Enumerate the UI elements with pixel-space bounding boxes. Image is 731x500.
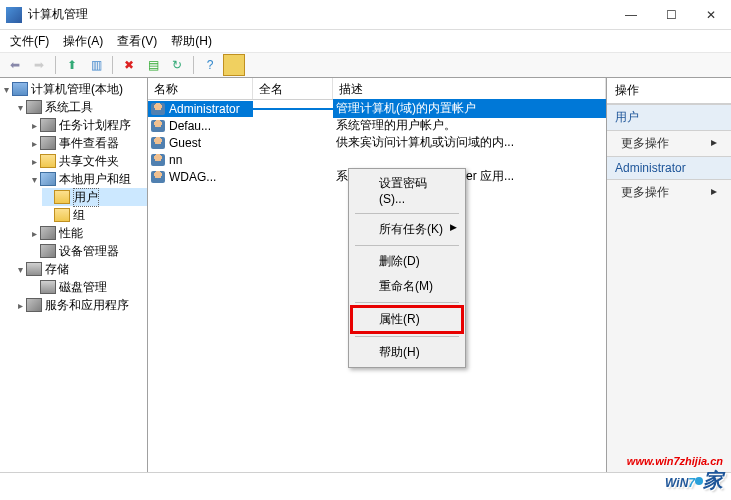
tree-pane[interactable]: ▾ 计算机管理(本地) ▾ 系统工具 ▸ 任务计划程序 ▸ [0,78,148,472]
tree-disk-management[interactable]: 磁盘管理 [28,278,147,296]
perf-icon [40,226,56,240]
list-row[interactable]: Defau... 系统管理的用户帐户。 [148,117,606,134]
folder-icon [40,154,56,168]
list-header: 名称 全名 描述 [148,78,606,100]
list-row[interactable]: Guest 供来宾访问计算机或访问域的内... [148,134,606,151]
tree-system-tools[interactable]: ▾ 系统工具 [14,98,147,116]
show-hide-tree-button[interactable]: ▥ [85,54,107,76]
action-more-users[interactable]: 更多操作 ▸ [607,131,731,156]
forward-button[interactable]: ➡ [28,54,50,76]
expander-icon[interactable]: ▾ [28,174,40,185]
cm-all-tasks[interactable]: 所有任务(K)▶ [351,217,463,242]
chevron-right-icon: ▸ [711,184,717,198]
app-icon [6,7,22,23]
tree-storage[interactable]: ▾ 存储 [14,260,147,278]
tree-device-manager[interactable]: 设备管理器 [28,242,147,260]
expander-icon[interactable]: ▾ [14,264,26,275]
separator [55,56,56,74]
help-button[interactable]: ? [199,54,221,76]
event-icon [40,136,56,150]
statusbar [0,472,731,480]
menu-action[interactable]: 操作(A) [57,31,109,52]
cm-help[interactable]: 帮助(H) [351,340,463,365]
maximize-button[interactable]: ☐ [651,0,691,30]
tree-groups[interactable]: 组 [42,206,147,224]
chevron-right-icon: ▸ [711,135,717,149]
separator [355,302,459,303]
tree-local-users-groups[interactable]: ▾ 本地用户和组 [28,170,147,188]
context-menu: 设置密码(S)... 所有任务(K)▶ 删除(D) 重命名(M) 属性(R) 帮… [348,168,466,368]
toolbar: ⬅ ➡ ⬆ ▥ ✖ ▤ ↻ ? [0,52,731,78]
delete-button[interactable]: ✖ [118,54,140,76]
action-section-admin: Administrator [607,156,731,180]
cm-set-password[interactable]: 设置密码(S)... [351,171,463,210]
col-description[interactable]: 描述 [333,78,606,99]
expander-icon[interactable]: ▾ [0,84,12,95]
separator [193,56,194,74]
action-more-admin[interactable]: 更多操作 ▸ [607,180,731,205]
expander-icon[interactable]: ▸ [28,228,40,239]
user-icon [151,120,165,132]
separator [112,56,113,74]
refresh-button[interactable]: ↻ [166,54,188,76]
menu-help[interactable]: 帮助(H) [165,31,218,52]
expander-icon[interactable]: ▸ [28,156,40,167]
list-row[interactable]: nn [148,151,606,168]
user-icon [151,103,165,115]
folder-icon [54,208,70,222]
services-icon [26,298,42,312]
up-button[interactable]: ⬆ [61,54,83,76]
menu-view[interactable]: 查看(V) [111,31,163,52]
separator [355,336,459,337]
clock-icon [40,118,56,132]
computer-icon [12,82,28,96]
action-section-users: 用户 [607,104,731,131]
cm-properties[interactable]: 属性(R) [350,305,464,334]
cm-rename[interactable]: 重命名(M) [351,274,463,299]
tools-icon [26,100,42,114]
cm-delete[interactable]: 删除(D) [351,249,463,274]
menu-file[interactable]: 文件(F) [4,31,55,52]
disk-icon [40,280,56,294]
folder-icon [54,190,70,204]
tree-shared-folders[interactable]: ▸ 共享文件夹 [28,152,147,170]
tree-event-viewer[interactable]: ▸ 事件查看器 [28,134,147,152]
titlebar: 计算机管理 — ☐ ✕ [0,0,731,30]
tree-task-scheduler[interactable]: ▸ 任务计划程序 [28,116,147,134]
expander-icon[interactable]: ▾ [14,102,26,113]
expander-icon[interactable]: ▸ [28,138,40,149]
action-header: 操作 [607,78,731,104]
action-pane: 操作 用户 更多操作 ▸ Administrator 更多操作 ▸ [607,78,731,472]
tree-services-apps[interactable]: ▸ 服务和应用程序 [14,296,147,314]
expander-icon[interactable]: ▸ [28,120,40,131]
tree-performance[interactable]: ▸ 性能 [28,224,147,242]
device-icon [40,244,56,258]
user-icon [151,154,165,166]
back-button[interactable]: ⬅ [4,54,26,76]
col-fullname[interactable]: 全名 [253,78,333,99]
menubar: 文件(F) 操作(A) 查看(V) 帮助(H) [0,30,731,52]
window-title: 计算机管理 [28,6,611,23]
users-icon [40,172,56,186]
main-area: ▾ 计算机管理(本地) ▾ 系统工具 ▸ 任务计划程序 ▸ [0,78,731,472]
list-row[interactable]: Administrator 管理计算机(域)的内置帐户 [148,100,606,117]
minimize-button[interactable]: — [611,0,651,30]
user-icon [151,171,165,183]
list-pane: 名称 全名 描述 Administrator 管理计算机(域)的内置帐户 Def… [148,78,607,472]
separator [355,245,459,246]
close-button[interactable]: ✕ [691,0,731,30]
chevron-right-icon: ▶ [450,222,457,232]
tree-root[interactable]: ▾ 计算机管理(本地) [0,80,147,98]
separator [355,213,459,214]
storage-icon [26,262,42,276]
tree-users[interactable]: 用户 [42,188,147,206]
col-name[interactable]: 名称 [148,78,253,99]
properties-button[interactable]: ▤ [142,54,164,76]
user-icon [151,137,165,149]
export-button[interactable] [223,54,245,76]
expander-icon[interactable]: ▸ [14,300,26,311]
